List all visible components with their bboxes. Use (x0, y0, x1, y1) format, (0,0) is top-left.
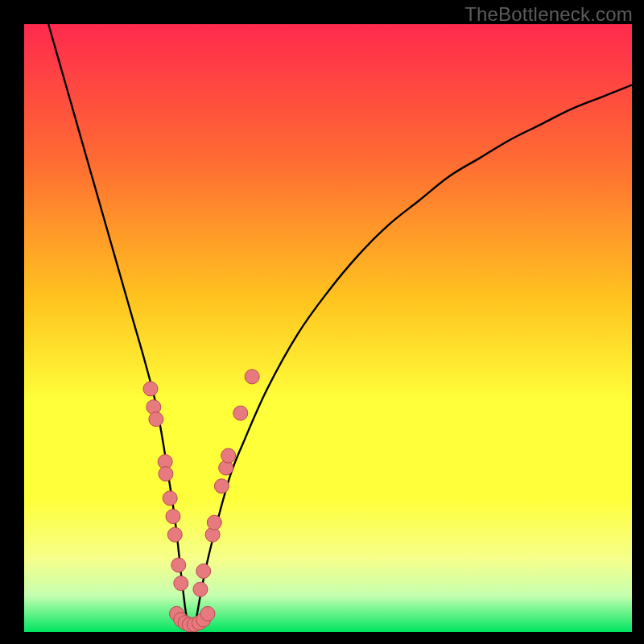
sample-dots-group (143, 369, 259, 632)
sample-dot (159, 467, 173, 481)
plot-area (24, 24, 632, 632)
chart-svg (24, 24, 632, 632)
bottleneck-curve (48, 24, 632, 631)
sample-dot (233, 406, 248, 420)
sample-dot (200, 606, 215, 621)
watermark-text: TheBottleneck.com (464, 3, 633, 26)
sample-dot (214, 479, 229, 493)
sample-dot (207, 515, 221, 530)
sample-dot (193, 582, 208, 597)
sample-dot (163, 491, 177, 506)
sample-dot (166, 510, 180, 524)
sample-dot (221, 448, 236, 463)
sample-dot (171, 558, 186, 572)
sample-dot (143, 382, 158, 396)
sample-dot (245, 369, 259, 384)
sample-dot (167, 527, 182, 542)
chart-container: TheBottleneck.com (0, 0, 644, 644)
sample-dot (149, 412, 163, 427)
sample-dot (196, 564, 211, 579)
sample-dot (174, 576, 188, 591)
